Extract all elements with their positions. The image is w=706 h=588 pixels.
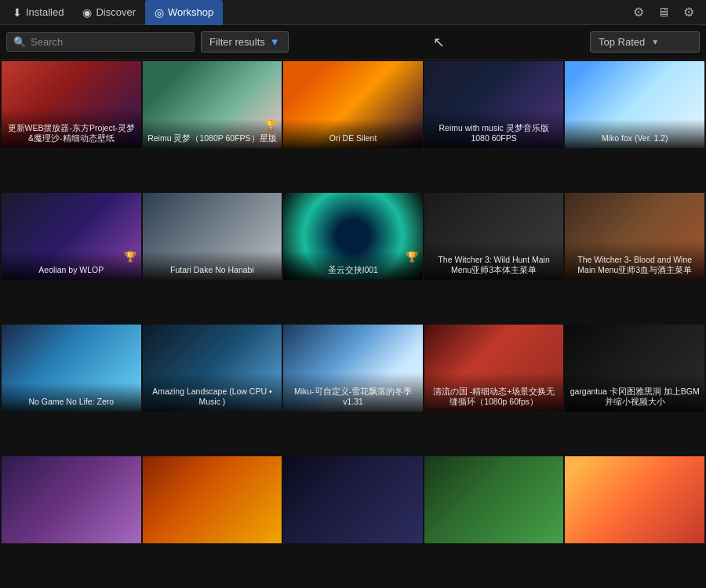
filter-button[interactable]: Filter results ▼ — [201, 31, 289, 53]
grid-item-12[interactable]: Amazing Landscape (Low CPU • Music ) — [143, 325, 282, 412]
grid-item-label: 更新WEB摆放器-东方Project-灵梦&魔理沙-精细动态壁纸 — [2, 109, 141, 148]
grid-item-2[interactable]: Reimu 灵梦（1080P 60FPS）星版🏆 — [143, 61, 282, 148]
grid-item-19[interactable] — [424, 456, 564, 543]
installed-icon: ⬇ — [13, 6, 22, 19]
grid-item-5[interactable]: Miko fox (Ver. 1.2) — [565, 61, 704, 148]
search-input-wrap[interactable]: 🔍 — [6, 32, 195, 52]
search-bar: 🔍 Filter results ▼ ↖ Top Rated ▼ — [0, 25, 706, 60]
grid-item-label: 圣云交挟l001 — [283, 251, 423, 280]
trophy-icon: 🏆 — [124, 251, 136, 263]
search-input[interactable] — [31, 36, 187, 48]
sort-select[interactable]: Top Rated ▼ — [590, 31, 700, 53]
tab-workshop-label: Workshop — [168, 6, 213, 18]
grid-item-label: Amazing Landscape (Low CPU • Music ) — [143, 372, 282, 412]
grid-item-label: Miku-可自定义-雪花飘落的冬季 v1.31 — [283, 372, 423, 412]
grid-item-16[interactable] — [2, 456, 141, 543]
grid-item-10[interactable]: The Witcher 3- Blood and Wine Main Menu亚… — [565, 193, 704, 280]
grid-item-label: Aeolian by WLOP — [2, 251, 141, 280]
tab-discover-label: Discover — [96, 6, 136, 18]
cursor-area: ↖ — [295, 34, 584, 51]
tab-installed-label: Installed — [26, 6, 64, 18]
grid-item-label: The Witcher 3- Blood and Wine Main Menu亚… — [565, 241, 704, 280]
filter-icon: ▼ — [270, 36, 280, 48]
grid-item-18[interactable] — [283, 456, 423, 543]
grid-item-11[interactable]: No Game No Life: Zero — [2, 325, 141, 412]
cursor-symbol: ↖ — [433, 34, 445, 51]
grid-item-label: 清流の国 -精细动态+场景交换无缝循环（1080p 60fps） — [424, 372, 564, 412]
grid-item-14[interactable]: 清流の国 -精细动态+场景交换无缝循环（1080p 60fps） — [424, 325, 564, 412]
tab-discover[interactable]: ◉ Discover — [73, 0, 145, 25]
trophy-icon: 🏆 — [406, 251, 418, 263]
grid-item-label: gargantua 卡冈图雅黑洞 加上BGM并缩小视频大小 — [565, 372, 704, 412]
grid-item-3[interactable]: Ori DE Silent — [283, 61, 423, 148]
grid-item-label: Reimu with music 灵梦音乐版 1080 60FPS — [424, 109, 564, 148]
grid-item-15[interactable]: gargantua 卡冈图雅黑洞 加上BGM并缩小视频大小 — [565, 325, 704, 412]
sort-label: Top Rated — [599, 36, 645, 48]
grid-item-9[interactable]: The Witcher 3: Wild Hunt Main Menu亚师3本体主… — [424, 193, 564, 280]
discover-icon: ◉ — [82, 6, 92, 19]
tab-installed[interactable]: ⬇ Installed — [3, 0, 73, 25]
grid-item-13[interactable]: Miku-可自定义-雪花飘落的冬季 v1.31 — [283, 325, 423, 412]
top-nav: ⬇ Installed ◉ Discover ◎ Workshop ⚙ 🖥 ⚙ — [0, 0, 706, 25]
grid-item-label: The Witcher 3: Wild Hunt Main Menu亚师3本体主… — [424, 241, 564, 280]
settings-icon[interactable]: ⚙ — [679, 3, 698, 22]
grid-item-20[interactable] — [565, 456, 704, 543]
wallpaper-grid: 更新WEB摆放器-东方Project-灵梦&魔理沙-精细动态壁纸Reimu 灵梦… — [0, 60, 706, 588]
grid-item-7[interactable]: Futari Dake No Hanabi — [143, 193, 282, 280]
chevron-down-icon: ▼ — [651, 38, 659, 46]
grid-item-17[interactable] — [143, 456, 282, 543]
filter-label: Filter results — [209, 36, 265, 48]
grid-item-4[interactable]: Reimu with music 灵梦音乐版 1080 60FPS — [424, 61, 564, 148]
grid-item-6[interactable]: Aeolian by WLOP🏆 — [2, 193, 141, 280]
search-icon: 🔍 — [13, 36, 26, 48]
tab-workshop[interactable]: ◎ Workshop — [145, 0, 223, 25]
workshop-icon: ◎ — [155, 6, 164, 19]
grid-item-8[interactable]: 圣云交挟l001🏆 — [283, 193, 423, 280]
nav-icons: ⚙ 🖥 ⚙ — [629, 3, 703, 22]
tools-icon[interactable]: ⚙ — [629, 3, 648, 22]
grid-item-label: Futari Dake No Hanabi — [143, 251, 282, 280]
display-icon[interactable]: 🖥 — [654, 3, 673, 22]
grid-item-label: No Game No Life: Zero — [2, 383, 141, 412]
grid-item-1[interactable]: 更新WEB摆放器-东方Project-灵梦&魔理沙-精细动态壁纸 — [2, 61, 141, 148]
grid-item-label: Reimu 灵梦（1080P 60FPS）星版 — [143, 119, 282, 148]
grid-item-label: Ori DE Silent — [283, 119, 423, 148]
grid-item-label: Miko fox (Ver. 1.2) — [565, 119, 704, 148]
trophy-icon: 🏆 — [264, 119, 277, 131]
